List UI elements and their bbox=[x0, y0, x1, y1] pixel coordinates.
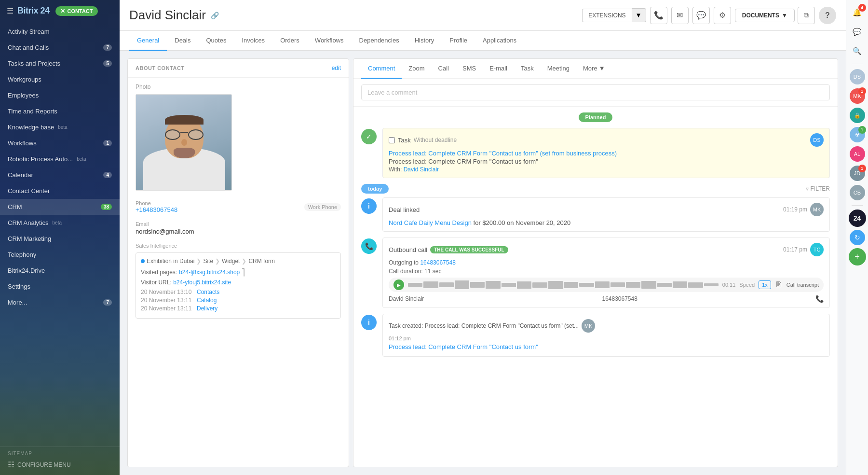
time-reports-label: Time and Reports bbox=[8, 108, 57, 115]
help-button[interactable]: ? bbox=[819, 7, 836, 24]
photo-section: Photo bbox=[128, 78, 349, 196]
tab-deals[interactable]: Deals bbox=[167, 31, 198, 51]
comment-tab-meeting[interactable]: Meeting bbox=[541, 59, 576, 79]
avatar-0[interactable]: DS bbox=[849, 68, 866, 85]
sidebar-divider bbox=[852, 64, 863, 64]
visited-url-link[interactable]: b24-lj8xsg.bitrix24.shop bbox=[179, 269, 240, 276]
timeline-event-deal: i Deal linked 01:19 pm MK Nord Cafe Dail… bbox=[361, 197, 830, 232]
avatar-3[interactable]: ☢ 1 bbox=[849, 126, 866, 143]
crm-badge: 38 bbox=[101, 204, 112, 210]
avatar-4[interactable]: AL bbox=[849, 145, 866, 163]
comment-tab-call[interactable]: Call bbox=[432, 59, 456, 79]
sidebar-item-tasks[interactable]: Tasks and Projects 5 bbox=[0, 56, 120, 71]
visit-log-link-2[interactable]: Delivery bbox=[197, 305, 217, 312]
edit-link[interactable]: edit bbox=[332, 65, 341, 71]
timeline-event-task: ✓ Task Without deadline DS Process lead:… bbox=[361, 128, 830, 178]
planned-marker: Planned bbox=[361, 112, 830, 122]
comment-input[interactable]: Leave a comment bbox=[361, 84, 830, 100]
sidebar-item-knowledge[interactable]: Knowledge base beta bbox=[0, 119, 120, 135]
visited-pages-row: Visited pages: b24-lj8xsg.bitrix24.shop … bbox=[141, 268, 336, 276]
play-button[interactable]: ▶ bbox=[393, 279, 404, 290]
comment-tab-sms[interactable]: SMS bbox=[456, 59, 483, 79]
search-sidebar-icon[interactable]: 🔍 bbox=[849, 42, 866, 60]
task-link[interactable]: Process lead: Complete CRM Form "Contact… bbox=[389, 150, 824, 157]
close-icon[interactable]: ✕ bbox=[60, 8, 65, 14]
chat-sidebar-icon[interactable]: 💬 bbox=[849, 23, 866, 41]
blue-action-icon[interactable]: ↻ bbox=[849, 229, 866, 246]
configure-menu-btn[interactable]: ☷ CONFIGURE MENU bbox=[8, 458, 112, 471]
fullscreen-button[interactable]: ⧉ bbox=[798, 7, 815, 24]
sidebar-item-settings[interactable]: Settings bbox=[0, 279, 120, 294]
comment-tab-task[interactable]: Task bbox=[514, 59, 541, 79]
sidebar-item-contact-center[interactable]: Contact Center bbox=[0, 183, 120, 199]
filter-button[interactable]: ▿ FILTER bbox=[806, 185, 830, 192]
comment-tab-zoom[interactable]: Zoom bbox=[402, 59, 431, 79]
email-value: nordsinc@gmail.com bbox=[136, 228, 341, 235]
sidebar-item-rpa[interactable]: Robotic Process Auto... beta bbox=[0, 151, 120, 167]
sidebar-item-activity[interactable]: Activity Stream bbox=[0, 24, 120, 40]
sidebar-item-crm-marketing[interactable]: CRM Marketing bbox=[0, 231, 120, 247]
sidebar-item-bitrix-drive[interactable]: Bitrix24.Drive bbox=[0, 263, 120, 279]
tab-orders[interactable]: Orders bbox=[272, 31, 307, 51]
notifications-icon[interactable]: 🔔 4 bbox=[849, 4, 866, 21]
task-created-link[interactable]: Process lead: Complete CRM Form "Contact… bbox=[389, 343, 824, 350]
avatar-2[interactable]: 🔒 bbox=[849, 107, 866, 124]
tab-invoices[interactable]: Invoices bbox=[234, 31, 272, 51]
add-button[interactable]: + bbox=[849, 248, 866, 265]
phone-value[interactable]: +16483067548 bbox=[136, 206, 177, 213]
tab-history[interactable]: History bbox=[407, 31, 442, 51]
task-checkbox[interactable] bbox=[389, 137, 395, 143]
audio-time: 00:11 bbox=[722, 282, 736, 288]
main-area: David Sinclair 🔗 EXTENSIONS ▼ 📞 ✉ 💬 ⚙ bbox=[120, 0, 846, 475]
phone-button[interactable]: 📞 bbox=[650, 7, 667, 24]
sidebar-nav: Activity Stream Chat and Calls 7 Tasks a… bbox=[0, 22, 120, 447]
notes-icon[interactable]: 🖹 bbox=[775, 280, 783, 289]
extensions-dropdown-btn[interactable]: ▼ bbox=[632, 8, 646, 22]
comment-tab-email[interactable]: E-mail bbox=[483, 59, 514, 79]
avatar-6[interactable]: CB bbox=[849, 184, 866, 201]
chat-button[interactable]: 💬 bbox=[692, 7, 710, 24]
sidebar-item-calendar[interactable]: Calendar 4 bbox=[0, 167, 120, 183]
tab-workflows[interactable]: Workflows bbox=[307, 31, 352, 51]
visit-log-link-0[interactable]: Contacts bbox=[197, 289, 219, 295]
deal-link[interactable]: Nord Cafe Daily Menu Design bbox=[389, 219, 472, 226]
visit-log-0: 20 November 13:10 Contacts bbox=[141, 289, 336, 295]
tab-general[interactable]: General bbox=[129, 31, 167, 51]
speed-button[interactable]: 1x bbox=[759, 280, 771, 289]
visitor-url-link[interactable]: b24-yfouj5.bitrix24.site bbox=[173, 279, 231, 286]
crm-label: CRM bbox=[8, 203, 22, 210]
settings-button[interactable]: ⚙ bbox=[714, 7, 731, 24]
hamburger-icon[interactable]: ☰ bbox=[7, 6, 14, 15]
contact-badge[interactable]: ✕ CONTACT bbox=[55, 6, 98, 16]
sidebar-item-crm-analytics[interactable]: CRM Analytics beta bbox=[0, 215, 120, 231]
avatar-5[interactable]: JD 1 bbox=[849, 165, 866, 182]
tab-quotes[interactable]: Quotes bbox=[199, 31, 234, 51]
avatar-1[interactable]: MK 1 bbox=[849, 87, 866, 105]
documents-button[interactable]: DOCUMENTS ▼ bbox=[735, 9, 795, 22]
tab-profile[interactable]: Profile bbox=[442, 31, 475, 51]
link-icon[interactable]: 🔗 bbox=[211, 12, 219, 19]
comment-tab-comment[interactable]: Comment bbox=[361, 59, 402, 79]
comment-toolbar: Comment Zoom Call SMS E-mail Task bbox=[353, 59, 838, 79]
tab-dependencies[interactable]: Dependencies bbox=[352, 31, 407, 51]
phone-tag: Work Phone bbox=[304, 203, 341, 211]
tab-applications[interactable]: Applications bbox=[475, 31, 524, 51]
visit-log-link-1[interactable]: Catalog bbox=[197, 297, 217, 304]
sidebar-item-telephony[interactable]: Telephony bbox=[0, 247, 120, 263]
sidebar-item-workflows[interactable]: Workflows 1 bbox=[0, 135, 120, 151]
sidebar-item-workgroups[interactable]: Workgroups bbox=[0, 71, 120, 87]
sidebar-item-chat[interactable]: Chat and Calls 7 bbox=[0, 40, 120, 56]
sidebar-item-time[interactable]: Time and Reports bbox=[0, 103, 120, 119]
sidebar-footer: SITEMAP ☷ CONFIGURE MENU bbox=[0, 447, 120, 475]
num-badge-24[interactable]: 24 bbox=[849, 210, 866, 227]
transcript-button[interactable]: Call transcript bbox=[787, 282, 819, 288]
call-event-card: Outbound call THE CALL WAS SUCCESSFUL 01… bbox=[382, 238, 830, 308]
comment-tab-more[interactable]: More ▼ bbox=[576, 59, 612, 79]
sidebar-item-more[interactable]: More... 7 bbox=[0, 294, 120, 310]
email-button[interactable]: ✉ bbox=[671, 7, 689, 24]
extensions-button[interactable]: EXTENSIONS bbox=[582, 9, 631, 22]
with-name-link[interactable]: David Sinclair bbox=[404, 166, 439, 173]
header-right-actions: DOCUMENTS ▼ ⧉ bbox=[735, 7, 815, 24]
sidebar-item-crm[interactable]: CRM 38 bbox=[0, 199, 120, 215]
sidebar-item-employees[interactable]: Employees bbox=[0, 87, 120, 103]
